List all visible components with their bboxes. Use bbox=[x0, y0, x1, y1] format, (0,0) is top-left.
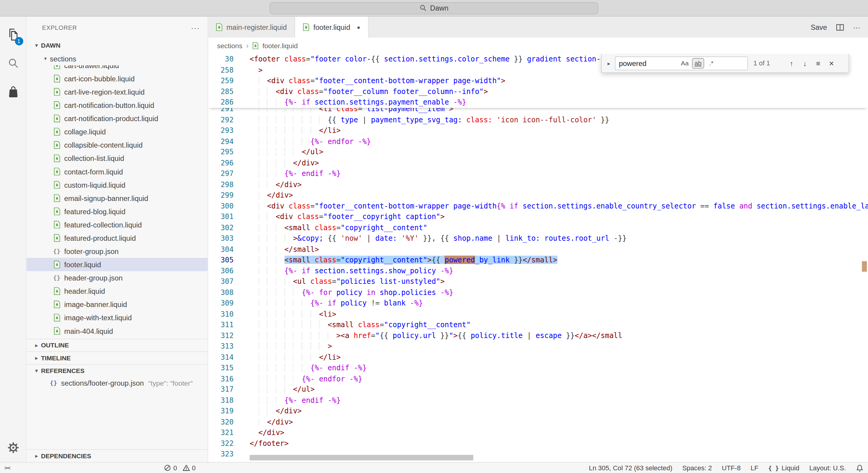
code-line[interactable]: 308 {%- for policy in shop.policies -%} bbox=[208, 287, 868, 298]
match-case-toggle[interactable]: Aa bbox=[679, 58, 691, 68]
file-item[interactable]: {} image-banner.liquid bbox=[27, 298, 208, 311]
line-number[interactable]: 297 bbox=[208, 168, 234, 179]
code-line[interactable]: 307 <ul class="policies list-unstyled"> bbox=[208, 276, 868, 287]
code-line[interactable]: 294 {%- endfor -%} bbox=[208, 136, 868, 147]
code-line[interactable]: 293 </li> bbox=[208, 125, 868, 136]
code-line[interactable]: 303 >&copy; {{ 'now' | date: '%Y' }}, {{… bbox=[208, 233, 868, 244]
file-item[interactable]: {} collapsible-content.liquid bbox=[27, 138, 208, 152]
reference-item[interactable]: {} sections/footer-group.json "type": "f… bbox=[27, 377, 208, 389]
file-item[interactable]: {} header-group.json bbox=[27, 271, 208, 284]
code-line[interactable]: 300 <div class="footer__content-bottom-w… bbox=[208, 201, 868, 212]
line-number[interactable]: 307 bbox=[208, 276, 234, 287]
sections-folder-item[interactable]: ▾ sections bbox=[27, 52, 208, 65]
code-line[interactable]: 304 </small> bbox=[208, 244, 868, 255]
line-number[interactable]: 299 bbox=[208, 190, 234, 201]
line-number[interactable]: 294 bbox=[208, 136, 234, 147]
search-activity-button[interactable] bbox=[0, 49, 26, 78]
indentation-status[interactable]: Spaces: 2 bbox=[682, 464, 712, 472]
file-item[interactable]: {} collage.liquid bbox=[27, 125, 208, 138]
code-line[interactable]: 305 <small class="copyright__content">{{… bbox=[208, 255, 868, 265]
code-line[interactable]: 311 <small class="copyright__content" bbox=[208, 319, 868, 330]
code-line[interactable]: 321 </div> bbox=[208, 427, 868, 438]
split-editor-icon[interactable] bbox=[836, 23, 844, 31]
file-item[interactable]: {} cart-notification-button.liquid bbox=[27, 98, 208, 112]
outline-panel-header[interactable]: ▸ OUTLINE bbox=[27, 339, 208, 351]
file-item[interactable]: {} cart-live-region-text.liquid bbox=[27, 85, 208, 98]
encoding-status[interactable]: UTF-8 bbox=[722, 464, 741, 472]
file-item[interactable]: {} custom-liquid.liquid bbox=[27, 178, 208, 191]
line-number[interactable]: 319 bbox=[208, 406, 234, 416]
code-line[interactable]: 286 {%- if section.settings.payment_enab… bbox=[208, 97, 868, 107]
code-line[interactable]: 318 {%- endif -%} bbox=[208, 395, 868, 406]
code-line[interactable]: 306 {%- if section.settings.show_policy … bbox=[208, 265, 868, 276]
file-item[interactable]: {} cart-icon-bubble.liquid bbox=[27, 72, 208, 85]
command-center-search[interactable]: Dawn bbox=[270, 2, 598, 14]
file-item[interactable]: {} header.liquid bbox=[27, 284, 208, 298]
references-panel-header[interactable]: ▾ REFERENCES bbox=[27, 364, 208, 377]
code-line[interactable]: 296 </div> bbox=[208, 158, 868, 168]
file-item[interactable]: {} main-404.liquid bbox=[27, 324, 208, 338]
breadcrumb-folder[interactable]: sections bbox=[217, 42, 242, 50]
code-line[interactable]: 298 </div> bbox=[208, 179, 868, 190]
overview-ruler[interactable] bbox=[860, 54, 868, 462]
line-number[interactable]: 314 bbox=[208, 352, 234, 362]
code-line[interactable]: 315 {%- endif -%} bbox=[208, 362, 868, 373]
line-number[interactable]: 306 bbox=[208, 265, 234, 276]
line-number[interactable]: 298 bbox=[208, 179, 234, 190]
line-number[interactable]: 301 bbox=[208, 212, 234, 222]
code-line[interactable]: 295 </ul> bbox=[208, 147, 868, 158]
bell-icon[interactable] bbox=[856, 464, 864, 472]
keyboard-layout-status[interactable]: Layout: U.S. bbox=[809, 464, 846, 472]
file-item[interactable]: {} cart-notification-product.liquid bbox=[27, 112, 208, 125]
find-in-selection-icon[interactable]: ≡ bbox=[812, 57, 824, 69]
code-editor[interactable]: 291 <li class="list-payment__item">292 {… bbox=[208, 54, 868, 462]
horizontal-scrollbar[interactable] bbox=[250, 455, 473, 460]
line-number[interactable]: 303 bbox=[208, 233, 234, 244]
breadcrumb-file[interactable]: footer.liquid bbox=[262, 42, 298, 50]
file-item[interactable]: {} footer.liquid bbox=[27, 258, 208, 271]
code-line[interactable]: 292 {{ type | payment_type_svg_tag: clas… bbox=[208, 114, 868, 125]
code-line[interactable]: 301 <div class="footer__copyright captio… bbox=[208, 212, 868, 222]
close-icon[interactable]: × bbox=[826, 57, 838, 69]
code-line[interactable]: 319 </div> bbox=[208, 406, 868, 416]
line-number[interactable]: 293 bbox=[208, 125, 234, 136]
tab-footer[interactable]: footer.liquid ● bbox=[295, 17, 368, 38]
shopify-activity-button[interactable] bbox=[0, 77, 26, 106]
file-item[interactable]: {} email-signup-banner.liquid bbox=[27, 192, 208, 205]
code-line[interactable]: 285 <div class="footer__column footer__c… bbox=[208, 86, 868, 97]
line-number[interactable]: 323 bbox=[208, 449, 234, 460]
code-line[interactable]: 309 {%- if policy != blank -%} bbox=[208, 298, 868, 309]
line-number[interactable]: 322 bbox=[208, 438, 234, 449]
settings-gear-button[interactable] bbox=[0, 440, 27, 455]
code-line[interactable]: 312 ><a href="{{ policy.url }}">{{ polic… bbox=[208, 330, 868, 341]
code-line[interactable]: 310 <li> bbox=[208, 309, 868, 319]
code-line[interactable]: 297 {%- endif -%} bbox=[208, 168, 868, 179]
line-number[interactable]: 311 bbox=[208, 319, 234, 330]
code-line[interactable]: 259 <div class="footer__content-bottom-w… bbox=[208, 75, 868, 86]
file-item[interactable]: {} cart-drawer.liquid bbox=[27, 65, 208, 72]
tab-main-register[interactable]: main-register.liquid bbox=[208, 17, 296, 38]
code-line[interactable]: 316 {%- endfor -%} bbox=[208, 373, 868, 384]
code-line[interactable]: 314 </li> bbox=[208, 352, 868, 362]
previous-match-icon[interactable]: ↑ bbox=[785, 57, 798, 69]
workspace-root-item[interactable]: ▾ DAWN bbox=[27, 39, 208, 52]
file-item[interactable]: {} featured-blog.liquid bbox=[27, 205, 208, 218]
file-item[interactable]: {} contact-form.liquid bbox=[27, 165, 208, 178]
line-number[interactable]: 316 bbox=[208, 373, 234, 384]
dependencies-panel-header[interactable]: ▸ DEPENDENCIES bbox=[27, 449, 208, 462]
line-number[interactable]: 286 bbox=[208, 97, 234, 107]
code-line[interactable]: 320 </div> bbox=[208, 416, 868, 427]
line-number[interactable]: 317 bbox=[208, 384, 234, 395]
line-number[interactable]: 305 bbox=[208, 255, 234, 265]
line-number[interactable]: 315 bbox=[208, 362, 234, 373]
code-line[interactable]: 299 </div> bbox=[208, 190, 868, 201]
line-number[interactable]: 318 bbox=[208, 395, 234, 406]
file-item[interactable]: {} collection-list.liquid bbox=[27, 152, 208, 165]
eol-status[interactable]: LF bbox=[750, 464, 758, 472]
file-item[interactable]: {} image-with-text.liquid bbox=[27, 311, 208, 324]
line-number[interactable]: 296 bbox=[208, 158, 234, 168]
line-number[interactable]: 309 bbox=[208, 298, 234, 309]
line-number[interactable]: 312 bbox=[208, 330, 234, 341]
remote-indicator-icon[interactable]: >< bbox=[4, 463, 10, 473]
more-actions-icon[interactable]: ··· bbox=[853, 23, 860, 31]
